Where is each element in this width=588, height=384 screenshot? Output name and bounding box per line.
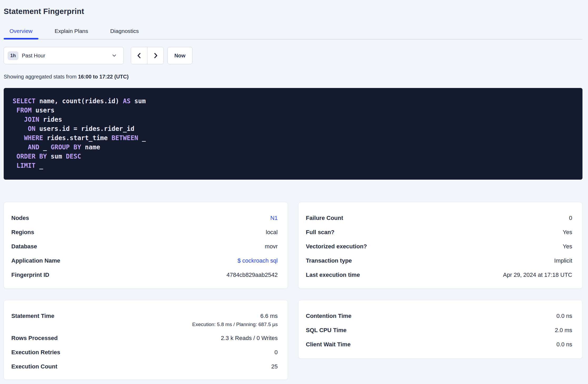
stat-label-regions: Regions <box>11 229 34 236</box>
sql-token: LIMIT <box>16 162 35 169</box>
sql-token <box>13 144 28 151</box>
application-name-link[interactable]: $ cockroach sql <box>237 257 278 264</box>
stat-label-contention-time: Contention Time <box>306 313 351 319</box>
page-title: Statement Fingerprint <box>4 0 582 16</box>
statement-fingerprint-page: Statement Fingerprint Overview Explain P… <box>0 0 588 380</box>
sql-token: ORDER BY <box>16 153 47 160</box>
sql-token: GROUP BY <box>51 144 81 151</box>
aggregated-stats-text: Showing aggregated stats from 16:00 to 1… <box>4 74 582 80</box>
card-timing-statistics: Contention Time 0.0 ns SQL CPU Time 2.0 … <box>298 300 582 359</box>
tab-overview[interactable]: Overview <box>4 24 38 39</box>
sql-line: ORDER BY sum DESC <box>13 152 574 161</box>
stat-row: Transaction type Implicit <box>306 257 572 264</box>
chevron-right-icon <box>152 52 159 59</box>
stat-row: Execution Retries 0 <box>11 349 278 356</box>
prev-interval-button[interactable] <box>131 47 147 64</box>
stat-value-execution-retries: 0 <box>275 349 278 356</box>
stat-label-nodes: Nodes <box>11 215 29 221</box>
stat-row: Last execution time Apr 29, 2024 at 17:1… <box>306 272 572 278</box>
stat-label-client-wait-time: Client Wait Time <box>306 341 351 348</box>
sql-token: BETWEEN <box>112 134 138 142</box>
stat-value-transaction-type: Implicit <box>554 257 572 264</box>
sql-token: _ <box>39 144 51 151</box>
sql-line: ON users.id = rides.rider_id <box>13 124 574 134</box>
sql-token: FROM <box>16 107 32 114</box>
stat-value-group: 6.6 ms Execution: 5.8 ms / Planning: 687… <box>192 313 278 327</box>
card-execution-attributes: Failure Count 0 Full scan? Yes Vectorize… <box>298 202 582 289</box>
stat-label-execution-retries: Execution Retries <box>11 349 60 356</box>
stat-value-rows-processed: 2.3 k Reads / 0 Writes <box>221 335 278 342</box>
sql-line: WHERE rides.start_time BETWEEN _ <box>13 134 574 143</box>
sql-token: rides <box>39 116 62 123</box>
stat-label-fingerprint-id: Fingerprint ID <box>11 272 49 278</box>
sql-token: _ <box>36 162 43 169</box>
chevron-down-icon <box>111 53 117 58</box>
sql-token: users <box>32 107 54 114</box>
stat-row: Failure Count 0 <box>306 215 572 221</box>
stat-row: Client Wait Time 0.0 ns <box>306 341 572 348</box>
stat-value-vectorized-execution: Yes <box>563 243 572 250</box>
card-overview-info: Nodes N1 Regions local Database movr App… <box>4 202 288 289</box>
sql-token: WHERE <box>24 134 43 142</box>
stat-value-last-execution-time: Apr 29, 2024 at 17:18 UTC <box>503 272 572 278</box>
sql-token: name <box>81 144 100 151</box>
time-controls: 1h Past Hour Now <box>4 47 582 64</box>
stat-label-vectorized-execution: Vectorized execution? <box>306 243 367 250</box>
sql-token <box>13 107 16 114</box>
stat-value-sql-cpu-time: 2.0 ms <box>555 327 572 334</box>
tab-explain-plans[interactable]: Explain Plans <box>49 24 94 39</box>
stat-row: Contention Time 0.0 ns <box>306 313 572 319</box>
active-tab-indicator <box>4 38 38 40</box>
now-button[interactable]: Now <box>167 47 192 64</box>
stat-label-statement-time: Statement Time <box>11 313 54 319</box>
tab-diagnostics-label: Diagnostics <box>110 28 139 34</box>
sql-token: sum <box>131 97 146 105</box>
stat-row: Nodes N1 <box>11 215 278 221</box>
stat-label-full-scan: Full scan? <box>306 229 335 236</box>
sql-token: rides.start_time <box>43 134 112 142</box>
sql-token: AND <box>28 144 39 151</box>
tab-overview-label: Overview <box>9 28 33 34</box>
stat-row: Regions local <box>11 229 278 236</box>
sql-line: FROM users <box>13 106 574 115</box>
sql-token: AS <box>123 97 131 105</box>
stat-value-regions: local <box>266 229 278 236</box>
sql-token: sum <box>47 153 66 160</box>
stat-value-database: movr <box>265 243 278 250</box>
tab-bar: Overview Explain Plans Diagnostics <box>4 24 582 40</box>
tab-diagnostics[interactable]: Diagnostics <box>104 24 145 39</box>
time-range-label: Past Hour <box>22 53 111 59</box>
sql-token: ON <box>28 125 36 132</box>
stat-label-sql-cpu-time: SQL CPU Time <box>306 327 346 334</box>
sql-token: SELECT <box>13 97 36 105</box>
stat-label-last-execution-time: Last execution time <box>306 272 360 278</box>
sql-token: users.id = rides.rider_id <box>36 125 134 132</box>
stat-label-database: Database <box>11 243 37 250</box>
sql-token: name, count(rides.id) <box>36 97 123 105</box>
stat-label-transaction-type: Transaction type <box>306 257 352 264</box>
summary-cards-row-1: Nodes N1 Regions local Database movr App… <box>4 202 582 289</box>
nodes-link[interactable]: N1 <box>270 215 278 221</box>
stat-row: Rows Processed 2.3 k Reads / 0 Writes <box>11 335 278 342</box>
stat-row: Database movr <box>11 243 278 250</box>
sql-token <box>13 153 16 160</box>
aggregated-stats-range: 16:00 to 17:22 (UTC) <box>78 74 128 80</box>
sql-token: JOIN <box>24 116 39 123</box>
stat-row: Fingerprint ID 4784cb829aab2542 <box>11 272 278 278</box>
summary-cards-row-2: Statement Time 6.6 ms Execution: 5.8 ms … <box>4 300 582 380</box>
time-range-dropdown[interactable]: 1h Past Hour <box>4 47 124 64</box>
interval-stepper <box>131 47 164 64</box>
aggregated-stats-prefix: Showing aggregated stats from <box>4 74 78 80</box>
sql-token: DESC <box>66 153 81 160</box>
stat-value-statement-time: 6.6 ms <box>260 313 278 319</box>
sql-token <box>13 134 24 142</box>
sql-token <box>13 116 24 123</box>
sql-line: AND _ GROUP BY name <box>13 143 574 152</box>
sql-line: JOIN rides <box>13 115 574 124</box>
sql-statement-box: SELECT name, count(rides.id) AS sum FROM… <box>4 88 582 180</box>
chevron-left-icon <box>136 52 143 59</box>
stat-row: Full scan? Yes <box>306 229 572 236</box>
stat-value-full-scan: Yes <box>563 229 572 236</box>
next-interval-button[interactable] <box>147 47 163 64</box>
stat-label-rows-processed: Rows Processed <box>11 335 58 342</box>
